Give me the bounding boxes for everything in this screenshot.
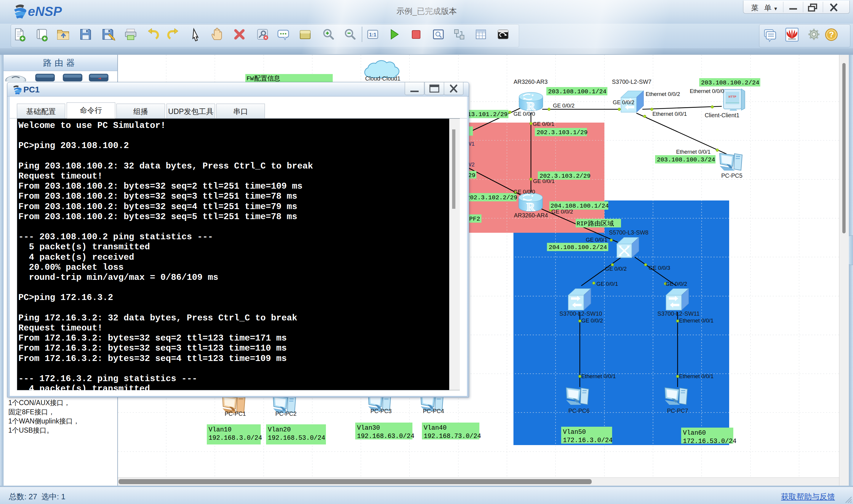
svg-text:S3700-L2-SW10: S3700-L2-SW10 <box>559 310 602 317</box>
svg-text:GE 0/0/3: GE 0/0/3 <box>648 265 670 271</box>
svg-text:PC-PC3: PC-PC3 <box>370 408 392 414</box>
svg-text:GE 0/0/0: GE 0/0/0 <box>513 111 535 117</box>
svg-text:192.168.3.0/24: 192.168.3.0/24 <box>209 434 262 442</box>
svg-text:172.16.53.0/24: 172.16.53.0/24 <box>683 438 736 445</box>
svg-text:Vlan40: Vlan40 <box>424 424 446 431</box>
svg-text:Ethernet 0/0/1: Ethernet 0/0/1 <box>676 149 710 155</box>
svg-text:路由区域: 路由区域 <box>588 220 614 227</box>
svg-text:S3700-L2-SW11: S3700-L2-SW11 <box>657 310 700 317</box>
svg-text:Vlan20: Vlan20 <box>268 426 291 433</box>
svg-text:FW: FW <box>247 75 254 82</box>
svg-text:203.108.100.2/24: 203.108.100.2/24 <box>701 79 759 86</box>
svg-text:192.168.73.0/24: 192.168.73.0/24 <box>424 433 481 440</box>
svg-text:203.108.100.3/24: 203.108.100.3/24 <box>657 156 715 163</box>
svg-text:203.108.100.1/24: 203.108.100.1/24 <box>548 88 606 95</box>
svg-text:Client-Client1: Client-Client1 <box>705 112 739 119</box>
svg-text:?: ? <box>829 30 834 39</box>
svg-text:S5700-L3-SW8: S5700-L3-SW8 <box>609 229 648 236</box>
svg-text:PC-PC1: PC-PC1 <box>225 410 246 417</box>
svg-text:Cloud-Cloud1: Cloud-Cloud1 <box>365 75 400 82</box>
svg-text:Ethernet 0/0/1: Ethernet 0/0/1 <box>679 373 713 379</box>
svg-text:RIP: RIP <box>576 220 588 227</box>
svg-text:GE 0/0/1: GE 0/0/1 <box>597 281 618 287</box>
svg-text:PC-PC5: PC-PC5 <box>721 172 743 179</box>
svg-text:S3700-L2-SW7: S3700-L2-SW7 <box>612 78 651 85</box>
svg-text:202.3.103.1/29: 202.3.103.1/29 <box>537 129 588 136</box>
svg-text:Vlan60: Vlan60 <box>683 429 706 436</box>
svg-text:Vlan30: Vlan30 <box>357 424 380 431</box>
svg-text:GE 0/0/2: GE 0/0/2 <box>605 266 627 272</box>
svg-text:13.101.2/29: 13.101.2/29 <box>467 111 508 118</box>
svg-text:GE 0/0/1: GE 0/0/1 <box>533 121 554 127</box>
svg-text:Vlan50: Vlan50 <box>563 429 586 436</box>
svg-text:Ethernet 0/0/1: Ethernet 0/0/1 <box>679 318 713 324</box>
svg-text:PC-PC7: PC-PC7 <box>667 408 688 414</box>
svg-text:Ethernet 0/0/1: Ethernet 0/0/1 <box>581 373 616 379</box>
svg-text:204.108.100.2/24: 204.108.100.2/24 <box>549 244 607 251</box>
svg-text:AR3260-AR4: AR3260-AR4 <box>514 212 548 218</box>
svg-text:GE 0/0/2: GE 0/0/2 <box>581 318 603 324</box>
svg-text:192.168.63.0/24: 192.168.63.0/24 <box>357 433 414 440</box>
svg-text:PC-PC4: PC-PC4 <box>423 408 444 414</box>
svg-text:GE 0/0/2: GE 0/0/2 <box>613 99 634 105</box>
svg-text:GE 0/0/2: GE 0/0/2 <box>553 103 574 109</box>
svg-text:1:1: 1:1 <box>369 32 377 38</box>
svg-text:192.168.53.0/24: 192.168.53.0/24 <box>268 434 325 442</box>
svg-text:202.3.102.2/29: 202.3.102.2/29 <box>466 194 517 201</box>
svg-text:PC-PC2: PC-PC2 <box>275 410 297 417</box>
svg-text:GE 0/0/1: GE 0/0/1 <box>533 178 555 184</box>
svg-text:Vlan10: Vlan10 <box>209 426 231 433</box>
svg-text:GE 0/0/2: GE 0/0/2 <box>665 281 687 287</box>
svg-text:Ethernet 0/0/2: Ethernet 0/0/2 <box>645 91 680 97</box>
svg-text:Ethernet 0/0/0: Ethernet 0/0/0 <box>690 88 724 94</box>
svg-text:GE 0/0/0: GE 0/0/0 <box>513 188 535 195</box>
svg-text:172.16.3.0/24: 172.16.3.0/24 <box>563 437 613 444</box>
svg-text:PC-PC6: PC-PC6 <box>568 408 590 414</box>
svg-text:GE 0/0/2: GE 0/0/2 <box>551 209 573 215</box>
svg-text:AR3260-AR3: AR3260-AR3 <box>514 78 548 85</box>
svg-text:配置信息: 配置信息 <box>254 75 280 82</box>
svg-text:GE 0/0/1: GE 0/0/1 <box>586 237 607 243</box>
svg-text:Ethernet 0/0/1: Ethernet 0/0/1 <box>653 111 687 117</box>
svg-text:29: 29 <box>468 172 476 179</box>
